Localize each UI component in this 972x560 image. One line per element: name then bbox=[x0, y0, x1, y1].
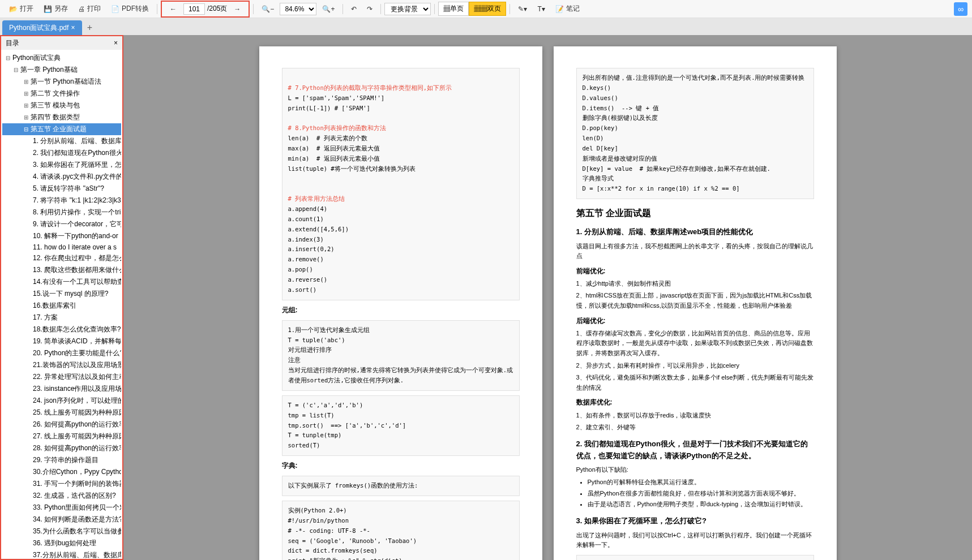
tree-question[interactable]: 7. 将字符串 "k:1 |k1:2|k2:3|k3 bbox=[2, 195, 121, 206]
open-icon: 📂 bbox=[9, 5, 18, 13]
tree-question[interactable]: 24. json序列化时，可以处理的 bbox=[2, 395, 121, 407]
page-viewport[interactable]: # 7.Python的列表的截取与字符串操作类型相同,如下所示 L = ['sp… bbox=[123, 35, 972, 560]
top-toolbar: 📂打开 💾另存 🖨打印 📄PDF转换 ← /205页 → 🔍− 84.6% 🔍+… bbox=[0, 0, 972, 18]
paragraph: Python有以下缺陷: bbox=[576, 465, 814, 475]
tree-question[interactable]: 37.分别从前端、后端、数据库 bbox=[2, 549, 121, 559]
tree-question[interactable]: 27. 线上服务可能因为种种原因 bbox=[2, 430, 121, 442]
tab-bar: Python面试宝典.pdf × + bbox=[0, 18, 972, 35]
tree-question[interactable]: 21.装饰器的写法以及应用场景 bbox=[2, 359, 121, 371]
section-heading: 第五节 企业面试题 bbox=[576, 206, 814, 221]
tree-question[interactable]: 32. 生成器，迭代器的区别? bbox=[2, 490, 121, 502]
sub-heading: 数据库优化: bbox=[576, 397, 814, 408]
tree-question[interactable]: 15.说一下 mysql 的原理? bbox=[2, 288, 121, 300]
paragraph: 1、如有条件，数据可以存放于redis，读取速度快 bbox=[576, 411, 814, 421]
tree-question[interactable]: 1. 分别从前端、后端、数据库 bbox=[2, 135, 121, 147]
notes-button[interactable]: 📝笔记 bbox=[551, 2, 584, 16]
app-corner-button[interactable]: ∞ bbox=[954, 2, 967, 16]
document-tab[interactable]: Python面试宝典.pdf × bbox=[2, 20, 82, 35]
tree-question[interactable]: 16.数据库索引 bbox=[2, 300, 121, 312]
tree-section[interactable]: ⊞第四节 数据类型 bbox=[2, 111, 121, 123]
tree-question[interactable]: 22. 异常处理写法以及如何主动 bbox=[2, 371, 121, 383]
tree-question[interactable]: 8. 利用切片操作，实现一个trir bbox=[2, 206, 121, 218]
open-button[interactable]: 📂打开 bbox=[5, 2, 38, 16]
paragraph: 2、建立索引、外键等 bbox=[576, 423, 814, 433]
sidebar-close-button[interactable]: × bbox=[114, 39, 118, 47]
tree-question[interactable]: 25. 线上服务可能因为种种原因 bbox=[2, 407, 121, 419]
outline-sidebar: 目录 × ⊟Python面试宝典 ⊟第一章 Python基础 ⊞第一节 Pyth… bbox=[0, 35, 123, 560]
tree-question[interactable]: 10. 解释一下python的and-or bbox=[2, 230, 121, 242]
double-page-button[interactable]: ▦▦双页 bbox=[469, 2, 506, 16]
dict-heading: 字典: bbox=[282, 460, 520, 471]
paragraph: 1、缓存存储读写次数高，变化少的数据，比如网站首页的信息、商品的信息等。应用程序… bbox=[576, 329, 814, 359]
paragraph: 1、减少http请求、例如制作精灵图 bbox=[576, 279, 814, 289]
tree-question[interactable]: 31. 手写一个判断时间的装饰器 bbox=[2, 478, 121, 490]
paragraph: 3、代码优化，避免循环和判断次数太多，如果多个if else判断，优先判断最有可… bbox=[576, 373, 814, 393]
tree-question[interactable]: 13. 爬取这些数据都用来做什么 bbox=[2, 264, 121, 276]
print-icon: 🖨 bbox=[78, 5, 85, 13]
tree-question[interactable]: 18.数据库怎么优化查询效率? bbox=[2, 324, 121, 335]
zoom-in-button[interactable]: 🔍+ bbox=[318, 3, 339, 15]
tree-question[interactable]: 4. 请谈谈.pyc文件和.py文件的 bbox=[2, 171, 121, 183]
tree-question[interactable]: 19. 简单谈谈ACID，并解释每 bbox=[2, 335, 121, 347]
tree-question[interactable]: 29. 字符串的操作题目 bbox=[2, 454, 121, 466]
tree-question[interactable]: 5. 请反转字符串 "aStr"? bbox=[2, 183, 121, 195]
notes-icon: 📝 bbox=[555, 5, 564, 13]
tree-question[interactable]: 30.介绍Cython，Pypy Cpytho bbox=[2, 466, 121, 478]
code-block: 1.用一个可迭代对象生成元组 T = tuple('abc') 对元组进行排序 … bbox=[282, 320, 520, 391]
tree-section[interactable]: ⊞第一节 Python基础语法 bbox=[2, 76, 121, 88]
next-page-button[interactable]: → bbox=[229, 3, 245, 15]
tree-root[interactable]: ⊟Python面试宝典 bbox=[2, 52, 121, 64]
page-nav: ← /205页 → bbox=[161, 1, 250, 18]
tree-section[interactable]: ⊞第三节 模块与包 bbox=[2, 100, 121, 111]
prev-page-button[interactable]: ← bbox=[165, 3, 181, 15]
paragraph: 2、异步方式，如果有耗时操作，可以采用异步，比如celery bbox=[576, 361, 814, 371]
code-block: # 7.Python的列表的截取与字符串操作类型相同,如下所示 L = ['sp… bbox=[282, 68, 520, 300]
tree-section[interactable]: ⊞第二节 文件操作 bbox=[2, 88, 121, 100]
saveas-button[interactable]: 💾另存 bbox=[39, 2, 72, 16]
change-bg-select[interactable]: 更换背景 bbox=[384, 3, 431, 15]
tab-close-button[interactable]: × bbox=[71, 24, 79, 32]
pdf-convert-button[interactable]: 📄PDF转换 bbox=[106, 2, 153, 16]
tree-question[interactable]: 12. 你在爬虫过程中，都是怎么 bbox=[2, 252, 121, 264]
zoom-select[interactable]: 84.6% bbox=[280, 3, 316, 15]
tree-question[interactable]: 23. isinstance作用以及应用场 bbox=[2, 383, 121, 395]
rotate-left-button[interactable]: ↶ bbox=[346, 3, 361, 15]
single-page-icon: ▦ bbox=[443, 5, 450, 12]
sub-heading: 后端优化: bbox=[576, 316, 814, 326]
single-page-button[interactable]: ▦单页 bbox=[438, 2, 469, 16]
question-heading: 2. 我们都知道现在Python很火，但是对于一门技术我们不光要知道它的优点，也… bbox=[576, 438, 814, 462]
text-button[interactable]: T▾ bbox=[533, 3, 549, 15]
pdf-icon: 📄 bbox=[111, 5, 119, 13]
tree-question[interactable]: 26. 如何提高python的运行效率 bbox=[2, 419, 121, 430]
tree-question[interactable]: 34. 如何判断是函数还是方法? bbox=[2, 514, 121, 525]
tree-chapter[interactable]: ⊟第一章 Python基础 bbox=[2, 64, 121, 76]
tree-question[interactable]: 3. 如果你困在了死循环里，怎 bbox=[2, 159, 121, 171]
print-button[interactable]: 🖨打印 bbox=[74, 2, 105, 16]
tree-question[interactable]: 14.有没有一个工具可以帮助查 bbox=[2, 276, 121, 288]
question-heading: 3. 如果你困在了死循环里，怎么打破它? bbox=[576, 515, 814, 527]
outline-tree[interactable]: ⊟Python面试宝典 ⊟第一章 Python基础 ⊞第一节 Python基础语… bbox=[1, 50, 122, 559]
tree-section-active[interactable]: ⊟第五节 企业面试题 bbox=[2, 123, 121, 135]
code-block: 实例(Python 2.0+) #!/usr/bin/python # -*- … bbox=[282, 501, 520, 560]
tree-question[interactable]: 9. 请设计一个decorator，它可 bbox=[2, 218, 121, 230]
tab-title: Python面试宝典.pdf bbox=[9, 23, 68, 33]
tree-question[interactable]: 20. Python的主要功能是什么? bbox=[2, 347, 121, 359]
tree-question[interactable]: 2. 我们都知道现在Python很火 bbox=[2, 147, 121, 159]
tree-question[interactable]: 28. 如何提高python的运行效率 bbox=[2, 442, 121, 454]
tree-question[interactable]: 35.为什么函数名字可以当做参 bbox=[2, 525, 121, 537]
page-right: 列出所有的键，值.注意得到的是一个可迭代对象,而不是列表.用的时候需要转换 D.… bbox=[554, 46, 837, 560]
question-heading: 1. 分别从前端、后端、数据库阐述web项目的性能优化 bbox=[576, 226, 814, 238]
double-page-icon: ▦▦ bbox=[474, 5, 487, 12]
tree-question[interactable]: 33. Python里面如何拷贝一个对 bbox=[2, 502, 121, 514]
tree-question[interactable]: 17. 方案 bbox=[2, 312, 121, 324]
tree-question[interactable]: 11. how do I iterate over a s bbox=[2, 242, 121, 252]
paragraph: 该题目网上有很多方法，我不想截图网上的长串文字，看的头疼，按我自己的理解说几点 bbox=[576, 242, 814, 261]
highlight-button[interactable]: ✎▾ bbox=[513, 3, 532, 15]
page-input[interactable] bbox=[183, 3, 205, 15]
outline-title: 目录 bbox=[6, 38, 19, 48]
tab-add-button[interactable]: + bbox=[82, 20, 97, 35]
page-total-label: /205页 bbox=[207, 4, 227, 14]
tree-question[interactable]: 36. 遇到bug如何处理 bbox=[2, 537, 121, 549]
zoom-out-button[interactable]: 🔍− bbox=[257, 3, 279, 15]
rotate-right-button[interactable]: ↷ bbox=[362, 3, 377, 15]
